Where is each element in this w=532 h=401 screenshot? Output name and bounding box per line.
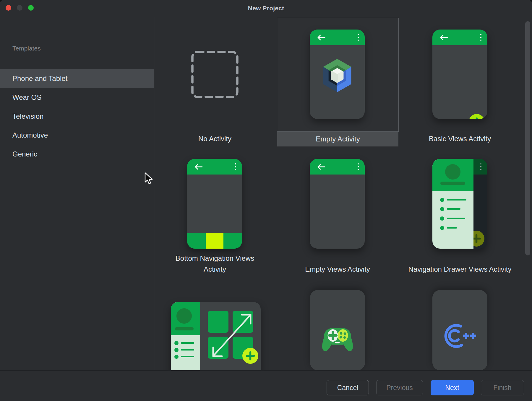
template-card-responsive-views-activity[interactable] <box>171 302 261 370</box>
next-button[interactable]: Next <box>431 380 474 395</box>
kebab-menu-icon <box>480 34 482 41</box>
drawer-header <box>432 159 473 191</box>
previous-button[interactable]: Previous <box>376 380 423 395</box>
new-project-window: New Project Templates Phone and Tablet W… <box>0 0 532 401</box>
template-card-native-cpp[interactable] <box>432 290 487 370</box>
fab-add-icon <box>469 114 485 119</box>
sidebar-item-television[interactable]: Television <box>0 107 154 126</box>
avatar-icon <box>445 164 460 180</box>
bottom-navigation-thumbnail <box>187 159 242 249</box>
compose-logo-icon <box>320 58 354 95</box>
kebab-menu-icon <box>358 34 359 41</box>
empty-activity-thumbnail <box>310 30 365 119</box>
dashed-frame-icon <box>190 50 240 99</box>
navigation-drawer-thumbnail <box>432 159 487 249</box>
phone-header <box>432 30 487 45</box>
template-card-game-activity[interactable] <box>310 290 365 370</box>
bottom-nav-bar <box>187 233 242 249</box>
empty-views-thumbnail <box>310 159 365 249</box>
phone-header <box>187 159 242 175</box>
back-arrow-icon <box>317 164 326 170</box>
template-label-empty-views: Empty Views Activity <box>284 252 391 275</box>
phone-header <box>310 159 365 175</box>
templates-sidebar: Templates Phone and Tablet Wear OS Telev… <box>0 17 154 370</box>
wizard-footer: Cancel Previous Next Finish <box>0 370 532 401</box>
titlebar: New Project <box>0 0 532 17</box>
template-label-no-activity: No Activity <box>162 135 268 143</box>
tablet-drawer-panel <box>171 302 200 370</box>
back-arrow-icon <box>194 164 203 170</box>
bottom-nav-selected-segment <box>206 233 223 249</box>
sidebar-item-wear-os[interactable]: Wear OS <box>0 88 154 107</box>
templates-header: Templates <box>12 45 41 52</box>
back-arrow-icon <box>439 34 448 41</box>
avatar-icon <box>176 308 192 324</box>
template-category-list: Phone and Tablet Wear OS Television Auto… <box>0 69 154 164</box>
sidebar-item-phone-and-tablet[interactable]: Phone and Tablet <box>0 69 154 88</box>
phone-header <box>310 30 365 45</box>
kebab-menu-icon <box>235 163 236 170</box>
template-gallery: No Activity <box>154 17 532 370</box>
sidebar-item-generic[interactable]: Generic <box>0 145 154 164</box>
template-label-empty-activity: Empty Activity <box>277 132 398 146</box>
finish-button[interactable]: Finish <box>481 380 524 395</box>
name-placeholder-bar <box>175 327 194 330</box>
cpp-logo-icon <box>444 324 477 350</box>
cancel-button[interactable]: Cancel <box>327 380 369 395</box>
gamepad-icon <box>320 326 355 353</box>
window-title: New Project <box>0 0 532 17</box>
vertical-scrollbar[interactable] <box>525 21 530 255</box>
fab-add-icon <box>242 348 258 364</box>
mouse-cursor <box>144 172 154 185</box>
template-label-basic-views-activity: Basic Views Activity <box>407 135 513 143</box>
template-label-navigation-drawer: Navigation Drawer Views Activity <box>398 252 522 275</box>
name-placeholder-bar <box>440 182 465 185</box>
kebab-menu-icon <box>358 163 359 170</box>
basic-views-thumbnail <box>432 30 487 119</box>
template-label-bottom-navigation: Bottom Navigation Views Activity <box>171 252 259 275</box>
nav-drawer-panel <box>432 159 473 249</box>
back-arrow-icon <box>317 34 326 41</box>
sidebar-item-automotive[interactable]: Automotive <box>0 126 154 145</box>
kebab-menu-icon <box>480 163 482 170</box>
tablet-drawer-header <box>171 302 200 335</box>
